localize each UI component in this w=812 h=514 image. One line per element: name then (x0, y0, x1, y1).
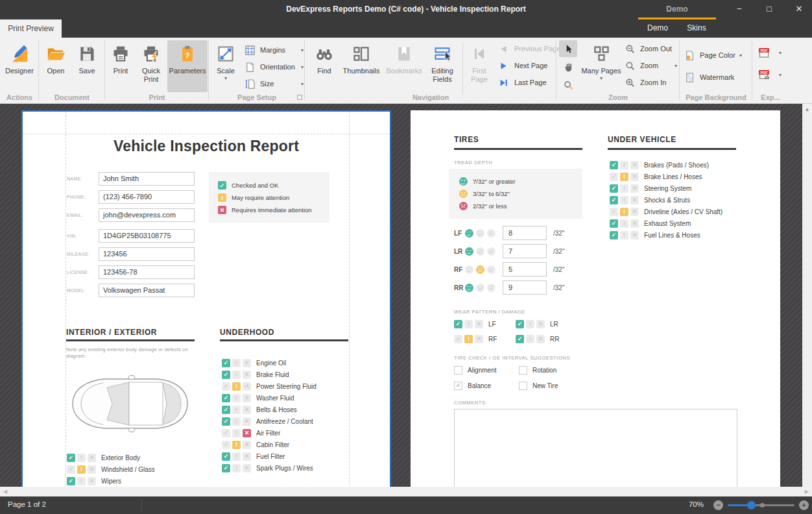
tread-rating[interactable] (465, 229, 496, 238)
status-indicator[interactable]: ✓!✕ (610, 219, 639, 228)
open-button[interactable]: Open (42, 40, 70, 92)
zoom-area-tool-button[interactable] (559, 77, 577, 93)
previous-page-button[interactable]: Previous Page (499, 42, 564, 56)
find-button[interactable]: Find (310, 40, 339, 92)
last-page-button[interactable]: Last Page (499, 75, 564, 90)
menu-tab-demo[interactable]: Demo (638, 19, 677, 38)
status-indicator[interactable]: ✓!✕ (610, 196, 639, 204)
status-indicator[interactable]: ✓!✕ (222, 371, 251, 379)
tread-value-box[interactable]: 9 (503, 280, 547, 295)
scale-button[interactable]: Scale ▾ (211, 40, 240, 92)
save-button[interactable]: Save (73, 40, 101, 92)
next-page-icon (499, 60, 511, 71)
tread-face-icon (459, 190, 468, 198)
menu-tab-skins[interactable]: Skins (677, 19, 716, 38)
vertical-scrollbar[interactable]: ▲ (802, 104, 812, 487)
zoom-increase-button[interactable]: + (799, 500, 809, 510)
designer-button[interactable]: Designer (1, 40, 38, 92)
page-color-icon (685, 50, 697, 60)
tread-value-box[interactable]: 7 (503, 244, 547, 258)
comments-box[interactable] (454, 409, 737, 487)
field-value-box[interactable]: 123456-78 (99, 265, 195, 279)
many-pages-button[interactable]: Many Pages ▾ (581, 40, 621, 92)
print-button[interactable]: Print (106, 40, 135, 92)
suggestion-checkbox[interactable] (519, 382, 527, 390)
hand-tool-button[interactable] (559, 58, 577, 75)
status-indicator[interactable]: ✓!✕ (610, 173, 639, 181)
status-indicator[interactable]: ✓!✕ (67, 454, 96, 462)
status-indicator[interactable]: ✓!✕ (454, 335, 483, 343)
zoom-slider-thumb[interactable] (747, 501, 756, 509)
watermark-button[interactable]: Watermark (685, 70, 750, 84)
maximize-button[interactable]: □ (756, 0, 782, 18)
zoom-in-button[interactable]: Zoom In (625, 75, 677, 90)
parameters-button[interactable]: ? Parameters (167, 40, 208, 92)
preview-surface[interactable]: Vehicle Inspection Report NAME: John Smi… (0, 104, 802, 487)
pointer-tool-button[interactable] (559, 40, 577, 57)
send-pdf-button[interactable]: PDF ▾ (758, 67, 785, 82)
zoom-out-button[interactable]: Zoom Out (625, 42, 677, 56)
status-indicator[interactable]: ✓!✕ (610, 231, 639, 239)
suggestion-checkbox[interactable] (454, 382, 462, 390)
field-value-box[interactable]: Volkswagen Passat (99, 284, 195, 297)
scroll-right-icon[interactable]: ▶ (805, 487, 809, 496)
tread-value-box[interactable]: 8 (503, 226, 547, 240)
field-value-box[interactable]: (123) 456-7890 (99, 190, 195, 204)
tread-rating[interactable] (465, 265, 496, 274)
first-page-button[interactable]: First Page (466, 40, 493, 92)
group-label-actions: Actions (0, 93, 39, 101)
horizontal-scrollbar[interactable]: ◀ ▶ (0, 487, 812, 496)
status-indicator[interactable]: ✓!✕ (67, 477, 96, 485)
field-value-box[interactable]: 123456 (99, 247, 195, 261)
section-title-tires: TIRES (454, 135, 479, 144)
field-value-box[interactable]: john@devexpress.com (99, 208, 195, 222)
scroll-up-icon[interactable]: ▲ (802, 104, 812, 112)
zoom-button[interactable]: Zoom ▾ (625, 58, 677, 73)
wear-pattern-grid: ✓!✕ LF ✓!✕ LR ✓!✕ RF ✓!✕ (454, 318, 577, 345)
bookmarks-button[interactable]: Bookmarks (384, 40, 424, 92)
status-indicator[interactable]: ✓!✕ (516, 320, 545, 328)
tread-rating[interactable] (465, 247, 496, 256)
status-indicator[interactable]: ✓!✕ (222, 429, 251, 437)
status-indicator[interactable]: ✓!✕ (454, 320, 483, 328)
orientation-button[interactable]: Orientation ▾ (245, 60, 304, 74)
status-indicator[interactable]: ✓!✕ (222, 394, 251, 402)
field-value-box[interactable]: 1D4GP25B03108775 (99, 229, 195, 243)
status-indicator[interactable]: ✓!✕ (222, 464, 251, 472)
page-color-button[interactable]: Page Color ▾ (685, 48, 750, 62)
editing-fields-button[interactable]: Editing Fields (425, 40, 459, 92)
next-page-button[interactable]: Next Page (499, 58, 564, 73)
page-setup-dialog-launcher-icon[interactable] (297, 95, 302, 100)
face-sad-icon (487, 284, 496, 292)
status-indicator[interactable]: ✓!✕ (222, 417, 251, 426)
status-indicator[interactable]: ✓!✕ (516, 335, 545, 343)
thumbnails-button[interactable]: Thumbnails (340, 40, 383, 92)
tab-print-preview[interactable]: Print Preview (0, 19, 62, 38)
tread-value-box[interactable]: 5 (503, 262, 547, 276)
minimize-button[interactable]: − (726, 0, 752, 18)
size-button[interactable]: Size ▾ (245, 77, 304, 91)
quick-print-button[interactable]: Quick Print (136, 40, 166, 92)
status-indicator[interactable]: ✓!✕ (222, 359, 251, 367)
margins-button[interactable]: Margins ▾ (245, 43, 304, 57)
status-indicator[interactable]: ✓!✕ (222, 382, 251, 391)
status-indicator[interactable]: ✓!✕ (222, 406, 251, 414)
status-indicator[interactable]: ✓!✕ (222, 441, 251, 449)
zoom-slider-track[interactable] (751, 504, 794, 506)
status-indicator[interactable]: ✓!✕ (67, 465, 96, 474)
close-button[interactable]: ✕ (786, 0, 812, 18)
status-indicator[interactable]: ✓!✕ (222, 452, 251, 461)
status-indicator[interactable]: ✓!✕ (610, 184, 639, 193)
many-pages-label: Many Pages (581, 67, 621, 75)
scroll-left-icon[interactable]: ◀ (3, 487, 7, 496)
suggestion-checkbox[interactable] (519, 366, 527, 374)
suggestion-checkbox[interactable] (454, 366, 462, 374)
field-value-box[interactable]: John Smith (99, 172, 195, 186)
status-indicator[interactable]: ✓!✕ (610, 208, 639, 216)
export-pdf-button[interactable]: PDF ▾ (758, 45, 785, 60)
form-row: PHONE: (123) 456-7890 (67, 190, 203, 204)
zoom-decrease-button[interactable]: − (713, 500, 723, 510)
group-label-document: Document (39, 93, 105, 101)
tread-rating[interactable] (465, 284, 496, 292)
status-indicator[interactable]: ✓!✕ (610, 161, 639, 169)
